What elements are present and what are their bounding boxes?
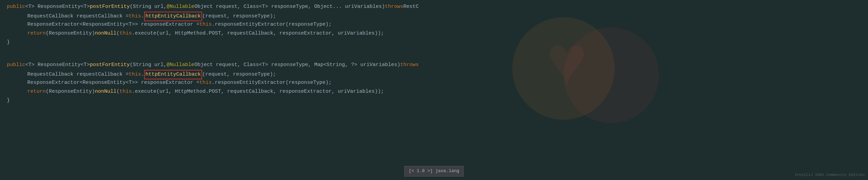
cast-1: (ResponseEntity): [46, 29, 95, 38]
execute-call-1: .execute(url, HttpMethod.POST, requestCa…: [132, 29, 384, 38]
keyword-return-1: return: [27, 29, 46, 38]
code-line-11: return (ResponseEntity) nonNull ( this .…: [7, 88, 868, 97]
dot-1: .: [141, 12, 144, 21]
watermark: IntelliJ IDEA Community Edition: [795, 172, 865, 178]
keyword-return-2: return: [27, 88, 46, 96]
close-brace-2: }: [7, 97, 10, 105]
dot-2: .: [141, 70, 144, 79]
requestcallback-decl-1: RequestCallback requestCallback =: [27, 12, 129, 21]
keyword-public-2: public: [7, 61, 25, 69]
responseentityextractor-1: .responseEntityExtractor(responseType);: [212, 21, 332, 29]
params-start-1: (String url,: [130, 3, 167, 11]
params-2b: Object request, Class<T> responseType, M…: [194, 61, 400, 69]
close-brace-1: }: [7, 38, 10, 47]
paren-open-1: (: [116, 29, 120, 38]
throws-value-1: RestC: [403, 3, 419, 11]
watermark-text: IntelliJ IDEA Community Edition: [795, 173, 865, 177]
code-line-2: RequestCallback requestCallback = this .…: [7, 12, 868, 21]
type-generic-2: <T> ResponseEntity<T>: [25, 61, 90, 69]
code-line-4: return (ResponseEntity) nonNull ( this .…: [7, 29, 868, 38]
code-line-7-empty: [7, 54, 868, 61]
paren-open-2: (: [116, 88, 120, 96]
cast-2: (ResponseEntity): [46, 88, 95, 96]
params-1: Object request, Class<T> responseType, O…: [194, 3, 385, 11]
responseentityextractor-2: .responseEntityExtractor(responseType);: [212, 79, 332, 87]
params-3: (request, responseType);: [202, 70, 276, 79]
code-line-6-empty: [7, 47, 868, 54]
method-postforentity-1: postForEntity: [90, 3, 130, 11]
annotation-nullable-2: @Nullable: [167, 61, 194, 69]
this-kw-6: this: [120, 88, 132, 96]
code-line-9: RequestCallback requestCallback = this .…: [7, 70, 868, 79]
highlight-httpentitycallback-1: httpEntityCallback: [144, 12, 202, 21]
keyword-throws-2: throws: [400, 61, 419, 69]
code-editor: ♥ public <T> ResponseEntity<T> postForEn…: [0, 0, 868, 180]
execute-call-2: .execute(url, HttpMethod.POST, requestCa…: [132, 88, 384, 96]
code-line-3: ResponseExtractor<ResponseEntity<T>> res…: [7, 21, 868, 29]
tooltip-text: [< 1.8 >] java.lang: [409, 168, 459, 173]
code-line-12: }: [7, 97, 868, 105]
responseextractor-decl-2: ResponseExtractor<ResponseEntity<T>> res…: [27, 79, 199, 87]
responseextractor-decl-1: ResponseExtractor<ResponseEntity<T>> res…: [27, 21, 199, 29]
code-line-8: public <T> ResponseEntity<T> postForEnti…: [7, 61, 868, 70]
params-2: (request, responseType);: [202, 12, 276, 21]
code-line-5: }: [7, 38, 868, 47]
method-nonnull-1: nonNull: [95, 29, 116, 38]
tooltip: [< 1.8 >] java.lang: [404, 166, 464, 177]
this-kw-2: this: [199, 21, 212, 29]
code-line-1: public <T> ResponseEntity<T> postForEnti…: [7, 3, 868, 12]
this-kw-5: this: [199, 79, 212, 87]
this-kw-4: this: [129, 70, 141, 79]
params-start-2: (String url,: [130, 61, 167, 69]
method-nonnull-2: nonNull: [95, 88, 116, 96]
annotation-nullable-1: @Nullable: [167, 3, 194, 11]
requestcallback-decl-2: RequestCallback requestCallback =: [27, 70, 129, 79]
this-kw-1: this: [129, 12, 141, 21]
this-kw-3: this: [120, 29, 132, 38]
code-content: public <T> ResponseEntity<T> postForEnti…: [0, 3, 868, 105]
keyword-public-1: public: [7, 3, 25, 11]
keyword-throws-1: throws: [385, 3, 403, 11]
code-line-10: ResponseExtractor<ResponseEntity<T>> res…: [7, 79, 868, 88]
method-postforentity-2: postForEntity: [90, 61, 130, 69]
highlight-httpentitycallback-2: httpEntityCallback: [144, 70, 202, 79]
type-generic-1: <T> ResponseEntity<T>: [25, 3, 90, 11]
